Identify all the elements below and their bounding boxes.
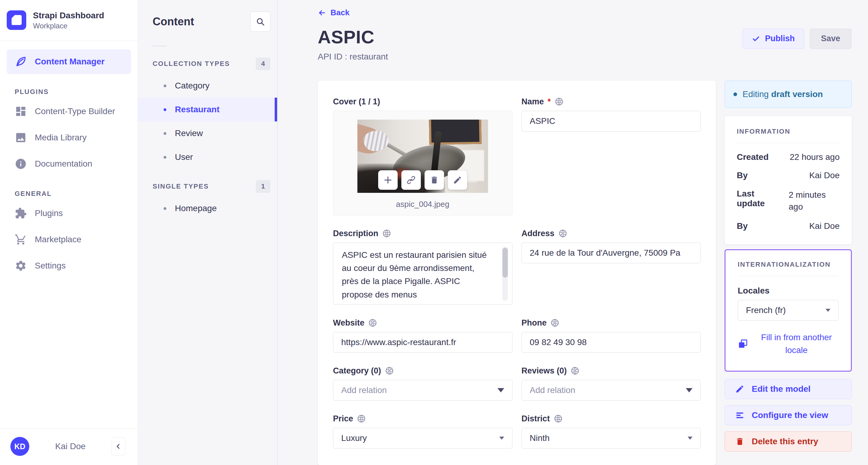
reviews-label: Reviews (0) <box>522 366 567 376</box>
strapi-logo-icon <box>7 10 26 30</box>
sidebar-item-label: Content-Type Builder <box>35 106 115 116</box>
edit-media-button[interactable] <box>448 170 467 190</box>
puzzle-icon <box>14 207 27 219</box>
website-field: Website <box>333 318 513 353</box>
search-icon <box>256 17 265 26</box>
globe-slash-icon <box>385 366 394 375</box>
collection-type-label: Review <box>175 128 203 138</box>
address-input[interactable] <box>522 243 701 263</box>
gear-icon <box>14 260 27 272</box>
copy-link-button[interactable] <box>401 170 421 190</box>
arrow-left-icon <box>318 8 326 17</box>
plus-icon <box>383 176 393 185</box>
copy-icon <box>738 339 748 349</box>
list-lines-icon <box>735 411 744 420</box>
internationalization-card: INTERNATIONALIZATION Locales French (fr)… <box>724 249 852 372</box>
brand: Strapi Dashboard Workplace <box>0 0 138 41</box>
trash-icon <box>735 437 744 446</box>
cover-photo <box>358 120 488 193</box>
collection-type-category[interactable]: Category <box>138 74 277 98</box>
divider <box>737 143 840 143</box>
status-dot-icon <box>734 92 737 96</box>
cover-filename: aspic_004.jpeg <box>342 199 504 210</box>
draft-status-banner: Editingdraft version <box>724 81 852 108</box>
single-type-homepage[interactable]: Homepage <box>138 196 277 220</box>
district-select[interactable]: Ninth <box>522 428 701 448</box>
info-icon <box>14 158 27 170</box>
chevron-down-icon <box>686 388 692 392</box>
category-relation-select[interactable]: Add relation <box>333 380 513 401</box>
sidebar-item-content-manager[interactable]: Content Manager <box>7 50 131 74</box>
avatar: KD <box>10 437 29 456</box>
sidebar-item-label: Content Manager <box>35 57 105 66</box>
sidebar-item-label: Documentation <box>35 159 92 169</box>
collection-type-label: User <box>175 152 193 162</box>
collapse-sidebar-button[interactable] <box>112 437 125 456</box>
user-name: Kai Doe <box>35 441 106 451</box>
collection-type-label: Category <box>175 81 210 91</box>
internationalization-heading: INTERNATIONALIZATION <box>738 260 839 269</box>
phone-input[interactable] <box>522 332 701 353</box>
sidebar-item-settings[interactable]: Settings <box>0 253 138 279</box>
reviews-relation-select[interactable]: Add relation <box>522 380 701 401</box>
address-label: Address <box>522 229 555 238</box>
collection-type-review[interactable]: Review <box>138 121 277 145</box>
name-input[interactable] <box>522 111 701 131</box>
delete-media-button[interactable] <box>425 170 444 190</box>
collection-types-heading: COLLECTION TYPES <box>153 60 230 68</box>
pencil-icon <box>453 176 462 185</box>
back-link[interactable]: Back <box>318 8 349 18</box>
chevron-down-icon <box>499 437 504 440</box>
sidebar-item-plugins[interactable]: Plugins <box>0 200 138 226</box>
brand-title: Strapi Dashboard <box>33 10 104 21</box>
sidebar-item-documentation[interactable]: Documentation <box>0 151 138 177</box>
address-field: Address <box>522 229 701 305</box>
collection-type-label: Restaurant <box>175 105 219 115</box>
information-heading: INFORMATION <box>737 128 840 135</box>
page-title: ASPIC <box>318 28 388 46</box>
entry-sidebar: Editingdraft version INFORMATION Created… <box>724 81 852 452</box>
cart-icon <box>14 234 27 246</box>
price-select[interactable]: Luxury <box>333 428 513 448</box>
sidebar-item-marketplace[interactable]: Marketplace <box>0 226 138 253</box>
chevron-left-icon <box>115 442 122 451</box>
globe-slash-icon <box>368 318 377 328</box>
reviews-field: Reviews (0) Add relation <box>522 366 701 401</box>
globe-icon <box>554 414 563 423</box>
sidebar-item-media-library[interactable]: Media Library <box>0 124 138 151</box>
delete-entry-button[interactable]: Delete this entry <box>724 431 852 452</box>
description-textarea[interactable]: ASPIC est un restaurant parisien situé a… <box>333 243 513 305</box>
website-input[interactable] <box>333 332 513 353</box>
cover-media-card: aspic_004.jpeg <box>333 111 513 215</box>
fill-from-locale-link[interactable]: Fill in from another locale <box>738 331 839 357</box>
locale-select[interactable]: French (fr) <box>738 300 839 321</box>
info-row-created-by: By Kai Doe <box>737 170 840 180</box>
phone-field: Phone <box>522 318 701 353</box>
configure-view-button[interactable]: Configure the view <box>724 405 852 425</box>
image-icon <box>14 131 27 144</box>
search-button[interactable] <box>250 11 271 32</box>
layout-grid-icon <box>14 105 27 118</box>
check-icon <box>752 35 760 43</box>
category-label: Category (0) <box>333 366 381 376</box>
trash-icon <box>430 176 439 185</box>
sidebar-item-label: Plugins <box>35 208 63 218</box>
collection-type-user[interactable]: User <box>138 145 277 169</box>
single-types-count-badge: 1 <box>256 180 271 193</box>
scrollbar-thumb[interactable] <box>502 248 508 278</box>
name-field: Name* <box>522 97 701 215</box>
save-button[interactable]: Save <box>810 29 851 49</box>
globe-slash-icon <box>558 229 567 238</box>
sidebar-item-content-type-builder[interactable]: Content-Type Builder <box>0 98 138 124</box>
district-field: District Ninth <box>522 414 701 448</box>
collection-type-restaurant[interactable]: Restaurant <box>138 98 277 121</box>
content-panel: Content COLLECTION TYPES 4 Category Rest… <box>138 0 277 465</box>
add-media-button[interactable] <box>378 170 398 190</box>
edit-model-button[interactable]: Edit the model <box>724 379 852 399</box>
publish-button[interactable]: Publish <box>743 29 804 49</box>
chevron-down-icon <box>826 309 831 312</box>
bullet-icon <box>163 207 166 210</box>
chevron-down-icon <box>688 437 692 440</box>
price-field: Price Luxury <box>333 414 513 448</box>
phone-label: Phone <box>522 318 547 328</box>
